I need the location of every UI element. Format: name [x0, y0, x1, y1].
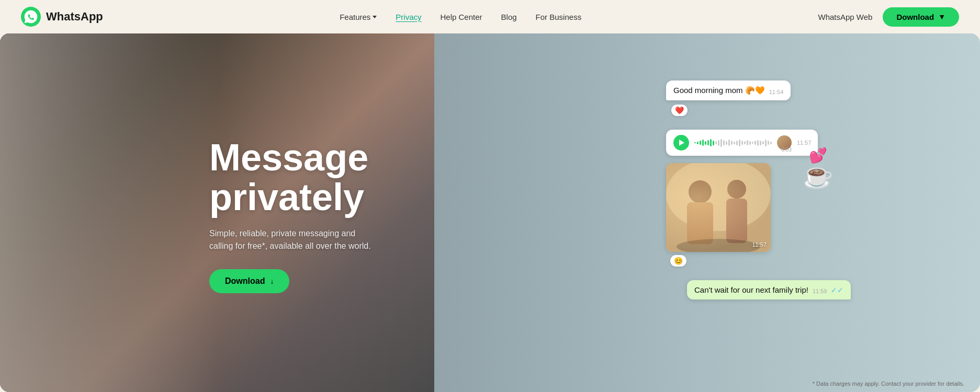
hero-subtitle: Simple, reliable, private messaging and …: [209, 227, 377, 252]
svg-point-5: [727, 180, 746, 199]
svg-point-2: [666, 163, 771, 231]
morning-message-bubble: Good morning mom 🥐🧡 11:54: [666, 80, 791, 100]
wave-bar-0: [694, 142, 696, 143]
voice-timestamp: 11:57: [797, 140, 812, 146]
wave-bar-17: [739, 140, 740, 146]
wave-bar-26: [762, 141, 764, 144]
wave-bar-6: [710, 139, 712, 146]
whatsapp-web-link[interactable]: WhatsApp Web: [818, 13, 873, 21]
wave-bar-8: [715, 141, 717, 144]
wave-bar-25: [760, 141, 761, 145]
navbar: WhatsApp Features Privacy Help Center Bl…: [0, 0, 980, 33]
wave-bar-9: [718, 140, 719, 146]
nav-features[interactable]: Features: [340, 13, 377, 21]
navbar-center: Features Privacy Help Center Blog For Bu…: [340, 13, 581, 21]
footer-note: * Data charges may apply. Contact your p…: [813, 381, 964, 387]
morning-reaction: ❤️: [671, 105, 688, 116]
photo-timestamp: 11:57: [752, 241, 767, 248]
wave-bar-13: [728, 140, 730, 146]
navbar-left: WhatsApp: [21, 7, 103, 27]
voice-message-bubble: 0:03 11:57: [666, 130, 818, 156]
wave-bar-24: [757, 140, 759, 146]
heart-sticker: 💕: [809, 148, 827, 163]
wave-bar-20: [747, 140, 748, 145]
wave-bar-5: [707, 140, 709, 145]
hero-content: Message privately Simple, reliable, priv…: [209, 138, 377, 293]
photo-reaction: 😊: [670, 255, 686, 267]
coffee-sticker: ☕: [802, 163, 833, 188]
hero-section: Message privately Simple, reliable, priv…: [0, 33, 980, 392]
wave-bar-11: [723, 140, 725, 145]
wave-bar-1: [697, 142, 699, 144]
features-chevron-icon: [373, 16, 377, 18]
voice-waveform: [694, 135, 772, 150]
nav-blog[interactable]: Blog: [501, 13, 517, 21]
wave-bar-27: [765, 140, 767, 146]
svg-rect-6: [726, 199, 747, 243]
download-arrow-icon: ▼: [938, 13, 945, 21]
wave-bar-10: [720, 139, 722, 147]
whatsapp-logo-icon: [21, 7, 41, 27]
navbar-right: WhatsApp Web Download ▼: [818, 7, 959, 27]
brand-name: WhatsApp: [46, 10, 103, 24]
photo-svg: [666, 163, 771, 252]
trip-message-text: Can't wait for our next family trip!: [694, 285, 808, 294]
wave-bar-16: [736, 141, 738, 145]
trip-message-time: 11:59: [813, 288, 827, 294]
nav-help-center[interactable]: Help Center: [441, 13, 482, 21]
wave-bar-4: [705, 141, 706, 145]
voice-duration: 0:03: [782, 147, 792, 153]
chat-overlays: Good morning mom 🥐🧡 11:54 ❤️ 💕 ☕: [666, 80, 886, 299]
wave-bar-7: [713, 141, 714, 145]
wave-bar-14: [731, 141, 733, 145]
wave-bar-12: [726, 141, 727, 145]
wave-bar-29: [770, 142, 772, 144]
svg-point-7: [677, 239, 760, 252]
photo-content: 11:57: [666, 163, 771, 252]
wave-bar-19: [744, 141, 746, 144]
wave-bar-21: [749, 141, 751, 145]
hero-title: Message privately: [209, 138, 377, 217]
wave-bar-15: [734, 142, 735, 144]
wave-bar-3: [702, 140, 704, 146]
play-icon: [679, 140, 684, 146]
svg-rect-4: [687, 202, 713, 244]
voice-play-button[interactable]: [673, 135, 689, 151]
trip-message-bubble: Can't wait for our next family trip! 11:…: [687, 280, 851, 299]
wave-bar-22: [752, 142, 753, 144]
morning-message-text: Good morning mom 🥐🧡: [673, 86, 765, 95]
download-button-nav[interactable]: Download ▼: [883, 7, 959, 27]
wave-bar-2: [700, 141, 701, 145]
download-button-hero[interactable]: Download ↓: [209, 269, 289, 293]
hero-download-arrow-icon: ↓: [270, 277, 274, 285]
nav-for-business[interactable]: For Business: [536, 13, 582, 21]
read-receipt-icon: ✓✓: [831, 286, 843, 294]
nav-privacy[interactable]: Privacy: [396, 13, 421, 21]
sticker-overlay: 💕 ☕: [802, 148, 833, 188]
morning-message-time: 11:54: [769, 89, 784, 95]
wave-bar-18: [741, 141, 743, 145]
photo-message-bubble: 11:57: [666, 163, 771, 252]
wave-bar-28: [768, 141, 769, 145]
wave-bar-23: [754, 141, 756, 145]
svg-point-3: [689, 180, 712, 203]
svg-rect-1: [666, 163, 771, 252]
